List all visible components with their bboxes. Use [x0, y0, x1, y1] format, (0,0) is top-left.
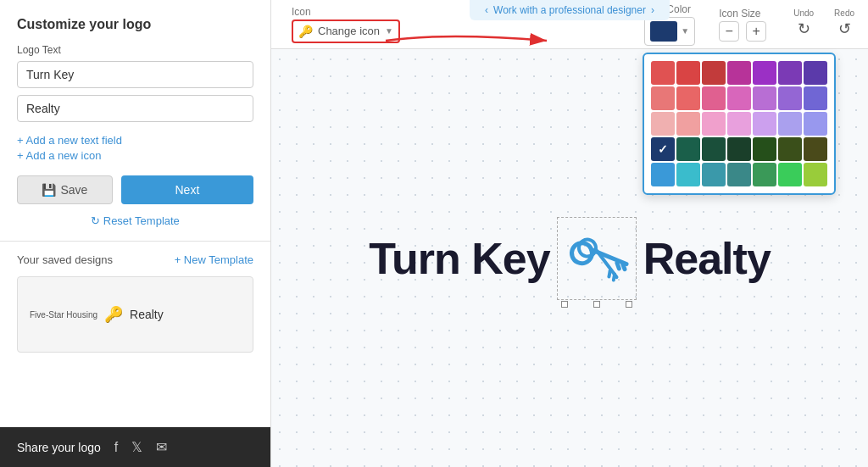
color-cell[interactable] [778, 163, 802, 186]
saved-designs-label: Your saved designs [17, 253, 113, 266]
color-cell[interactable] [804, 61, 827, 85]
color-cell[interactable] [727, 137, 751, 161]
color-cell[interactable] [778, 86, 802, 110]
next-button[interactable]: Next [121, 175, 253, 204]
color-cell[interactable] [753, 112, 776, 136]
change-icon-chevron: ▼ [385, 26, 393, 36]
share-label: Share your logo [17, 441, 101, 454]
btn-row: 💾 Save Next [17, 175, 253, 204]
change-icon-label: Change icon [318, 25, 380, 37]
color-cell[interactable] [651, 163, 675, 186]
handle-bc [593, 301, 600, 308]
color-cell[interactable] [651, 86, 675, 110]
logo-keys-icon [563, 223, 631, 291]
redo-section: Redo ↺ [834, 8, 854, 40]
color-cell[interactable] [727, 61, 751, 85]
top-toolbar: ‹ Work with a professional designer › Ic… [271, 0, 868, 49]
reset-template-link[interactable]: ↻ Reset Template [17, 214, 253, 227]
saved-design-card[interactable]: Five-Star Housing 🔑 Realty [17, 276, 253, 353]
color-cell[interactable] [702, 163, 726, 186]
professional-banner-text: Work with a professional designer [493, 4, 646, 16]
color-cell[interactable] [651, 137, 675, 161]
color-cell[interactable] [702, 137, 726, 161]
add-icon-link[interactable]: + Add a new icon [17, 149, 253, 162]
svg-line-8 [614, 274, 615, 280]
logo-preview: Turn Key [369, 217, 771, 300]
right-panel: ‹ Work with a professional designer › Ic… [271, 0, 868, 467]
color-cell[interactable] [778, 112, 802, 136]
redo-label: Redo [834, 8, 854, 18]
icon-color-picker[interactable]: ▼ [644, 17, 695, 46]
undo-label: Undo [793, 8, 814, 18]
customize-section: Customize your logo Logo Text + Add a ne… [0, 0, 270, 242]
handle-br [626, 301, 632, 308]
left-panel: Customize your logo Logo Text + Add a ne… [0, 0, 271, 467]
saved-realty-label: Realty [130, 308, 164, 321]
color-cell[interactable] [676, 137, 700, 161]
twitter-icon[interactable]: 𝕏 [131, 439, 142, 455]
size-decrease-button[interactable]: − [719, 21, 739, 42]
icon-label: Icon [292, 6, 311, 18]
selection-handles [558, 301, 636, 308]
svg-line-7 [609, 270, 609, 276]
color-cell[interactable] [778, 61, 802, 85]
professional-banner[interactable]: ‹ Work with a professional designer › [470, 0, 670, 20]
saved-section: Your saved designs + New Template Five-S… [0, 242, 270, 427]
color-cell[interactable] [651, 112, 675, 136]
saved-small-text: Five-Star Housing [30, 310, 97, 320]
undo-button[interactable]: ↻ [794, 18, 814, 40]
color-cell[interactable] [753, 86, 776, 110]
icon-section: Icon 🔑 Change icon ▼ [292, 6, 400, 43]
change-icon-button[interactable]: 🔑 Change icon ▼ [292, 19, 400, 43]
color-cell[interactable] [753, 163, 776, 186]
add-links: + Add a new text field + Add a new icon [17, 134, 253, 162]
color-cell[interactable] [676, 61, 700, 85]
new-template-link[interactable]: + New Template [175, 253, 253, 266]
color-cell[interactable] [778, 137, 802, 161]
logo-text-field-1[interactable] [17, 61, 253, 88]
color-cell[interactable] [753, 61, 776, 85]
save-button[interactable]: 💾 Save [17, 175, 113, 204]
color-cell[interactable] [676, 86, 700, 110]
logo-text-right: Realty [643, 233, 771, 284]
color-cell[interactable] [702, 61, 726, 85]
color-cell[interactable] [702, 86, 726, 110]
color-cell[interactable] [727, 112, 751, 136]
color-chevron: ▼ [681, 26, 689, 36]
svg-line-4 [622, 264, 624, 270]
color-cell[interactable] [753, 137, 776, 161]
logo-icon-area[interactable] [557, 217, 637, 300]
undo-section: Undo ↻ [793, 8, 814, 40]
color-cell[interactable] [676, 112, 700, 136]
key-icon-small: 🔑 [298, 25, 313, 38]
color-cell[interactable] [727, 86, 751, 110]
chevron-left-icon: ‹ [485, 4, 488, 16]
color-cell[interactable] [804, 112, 827, 136]
color-cell[interactable] [804, 137, 827, 161]
svg-point-5 [577, 237, 597, 257]
size-increase-button[interactable]: + [746, 21, 766, 42]
add-text-field-link[interactable]: + Add a new text field [17, 134, 253, 147]
save-icon: 💾 [42, 183, 56, 197]
logo-text-field-2[interactable] [17, 95, 253, 122]
saved-header: Your saved designs + New Template [17, 253, 253, 266]
share-footer: Share your logo f 𝕏 ✉ [0, 427, 270, 467]
color-cell[interactable] [727, 163, 751, 186]
color-cell[interactable] [676, 163, 700, 186]
handle-bl [561, 301, 568, 308]
svg-line-3 [617, 263, 619, 269]
color-cell[interactable] [804, 86, 827, 110]
redo-button[interactable]: ↺ [835, 18, 854, 40]
size-controls: − + [719, 21, 766, 42]
saved-key-icon: 🔑 [104, 305, 123, 324]
facebook-icon[interactable]: f [114, 440, 118, 455]
color-cell[interactable] [651, 61, 675, 85]
color-cell[interactable] [804, 163, 827, 186]
color-cell[interactable] [702, 112, 726, 136]
color-dropdown[interactable] [643, 53, 836, 195]
logo-text-label: Logo Text [17, 44, 253, 56]
icon-size-label: Icon Size [719, 8, 760, 19]
icon-size-section: Icon Size − + [719, 8, 766, 42]
logo-text-left: Turn Key [369, 233, 550, 284]
email-icon[interactable]: ✉ [156, 439, 167, 455]
